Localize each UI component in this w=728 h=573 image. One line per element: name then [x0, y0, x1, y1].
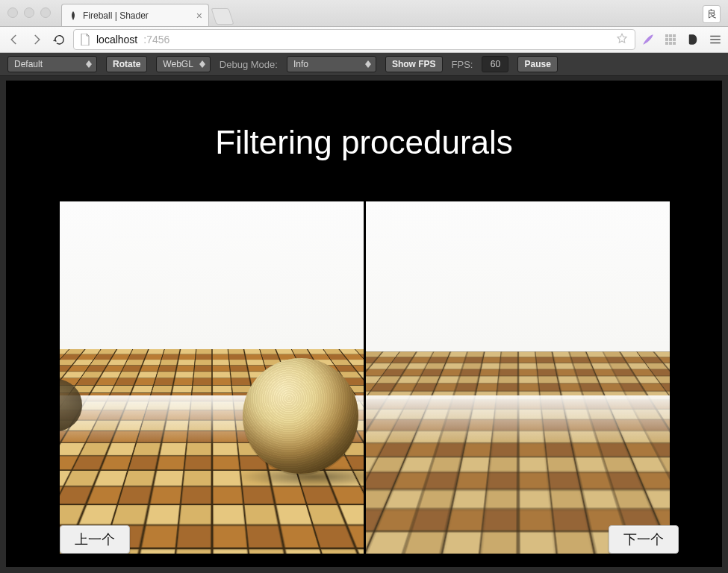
renderer-select-value: WebGL	[163, 59, 193, 69]
rotate-button[interactable]: Rotate	[106, 56, 147, 72]
select-caret-icon	[199, 60, 205, 68]
traffic-close[interactable]	[7, 7, 18, 18]
svg-rect-5	[673, 38, 676, 41]
new-tab-button[interactable]	[211, 8, 234, 25]
fps-label: FPS:	[452, 59, 473, 70]
tab-favicon	[68, 10, 78, 21]
prev-button[interactable]: 上一个	[60, 525, 130, 554]
debug-mode-select-value: Info	[293, 59, 308, 69]
address-bar[interactable]: localhost:7456	[73, 29, 635, 50]
app-toolbar: Default Rotate WebGL Debug Mode: Info	[0, 53, 728, 76]
browser-toolbar: localhost:7456	[0, 27, 728, 53]
pause-button[interactable]: Pause	[517, 56, 557, 72]
url-host: localhost	[96, 34, 137, 46]
evernote-icon[interactable]	[686, 33, 700, 46]
svg-rect-3	[665, 38, 668, 41]
compare-panels	[60, 201, 670, 554]
svg-rect-0	[665, 34, 668, 37]
select-caret-icon	[365, 60, 371, 68]
feather-icon[interactable]	[641, 33, 655, 46]
debug-mode-select[interactable]: Info	[287, 56, 376, 72]
fps-value: 60	[482, 56, 508, 72]
profile-avatar-glyph: 良	[707, 7, 717, 21]
next-button[interactable]: 下一个	[609, 525, 679, 554]
extension-icons	[641, 33, 722, 46]
preset-select-value: Default	[14, 59, 43, 69]
traffic-zoom[interactable]	[40, 7, 51, 18]
sphere	[243, 358, 358, 474]
window-traffic-lights	[7, 7, 51, 18]
svg-rect-1	[669, 34, 672, 37]
app-root: Default Rotate WebGL Debug Mode: Info	[0, 53, 728, 573]
render-stage: Filtering procedurals	[6, 81, 722, 567]
svg-rect-4	[669, 38, 672, 41]
back-button[interactable]	[6, 31, 22, 48]
stage-wrap: Filtering procedurals	[0, 76, 728, 573]
svg-rect-7	[669, 42, 672, 45]
hamburger-menu-icon[interactable]	[709, 33, 722, 46]
svg-rect-6	[665, 42, 668, 45]
stage-title: Filtering procedurals	[6, 124, 722, 161]
traffic-minimize[interactable]	[24, 7, 34, 18]
select-caret-icon	[86, 60, 92, 68]
debug-mode-label: Debug Mode:	[220, 59, 278, 70]
tab-close-icon[interactable]: ×	[196, 10, 202, 21]
bookmark-star-icon[interactable]	[615, 32, 629, 48]
preset-select[interactable]: Default	[7, 56, 97, 72]
forward-arrow-icon	[30, 33, 43, 46]
reload-button[interactable]	[51, 31, 67, 48]
back-arrow-icon	[7, 33, 21, 46]
renderer-select[interactable]: WebGL	[156, 56, 210, 72]
tab-title: Fireball | Shader	[83, 10, 149, 21]
show-fps-button[interactable]: Show FPS	[385, 56, 443, 72]
svg-rect-8	[673, 42, 676, 45]
panel-right	[366, 201, 670, 554]
reload-icon	[53, 34, 66, 46]
browser-tabstrip: Fireball | Shader × 良	[0, 0, 728, 27]
profile-avatar-button[interactable]: 良	[703, 5, 721, 23]
browser-tab[interactable]: Fireball | Shader ×	[61, 4, 209, 26]
grid-icon[interactable]	[664, 33, 677, 46]
forward-button[interactable]	[28, 31, 45, 48]
svg-rect-2	[673, 34, 676, 37]
url-port: :7456	[143, 34, 169, 46]
page-icon	[80, 34, 90, 46]
panel-left	[60, 201, 364, 554]
